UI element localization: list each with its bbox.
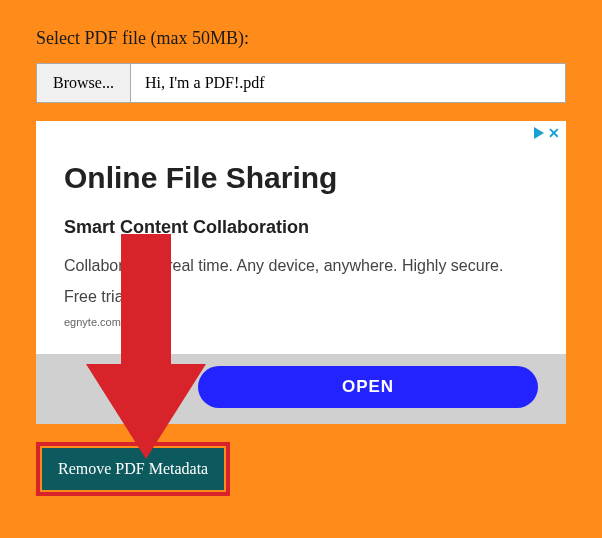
- selected-filename[interactable]: Hi, I'm a PDF!.pdf: [131, 63, 566, 103]
- file-input-row: Browse... Hi, I'm a PDF!.pdf: [36, 63, 566, 103]
- ad-body-line2: Free trial!: [64, 285, 538, 308]
- file-select-label: Select PDF file (max 50MB):: [36, 28, 566, 49]
- adchoices-icon[interactable]: [534, 127, 544, 139]
- ad-body-line1: Collaborate in real time. Any device, an…: [64, 254, 538, 277]
- ad-badge: ✕: [534, 125, 560, 141]
- ad-container: ✕ Online File Sharing Smart Content Coll…: [36, 121, 566, 424]
- remove-metadata-button[interactable]: Remove PDF Metadata: [42, 448, 224, 490]
- ad-domain: egnyte.com: [64, 316, 538, 328]
- browse-button[interactable]: Browse...: [36, 63, 131, 103]
- action-row: Remove PDF Metadata: [36, 442, 230, 496]
- ad-open-button[interactable]: OPEN: [198, 366, 538, 408]
- ad-headline[interactable]: Online File Sharing: [64, 161, 538, 195]
- ad-footer: OPEN: [36, 354, 566, 424]
- highlight-box: Remove PDF Metadata: [36, 442, 230, 496]
- ad-content: ✕ Online File Sharing Smart Content Coll…: [36, 121, 566, 354]
- ad-subheadline: Smart Content Collaboration: [64, 217, 538, 238]
- close-ad-icon[interactable]: ✕: [548, 125, 560, 141]
